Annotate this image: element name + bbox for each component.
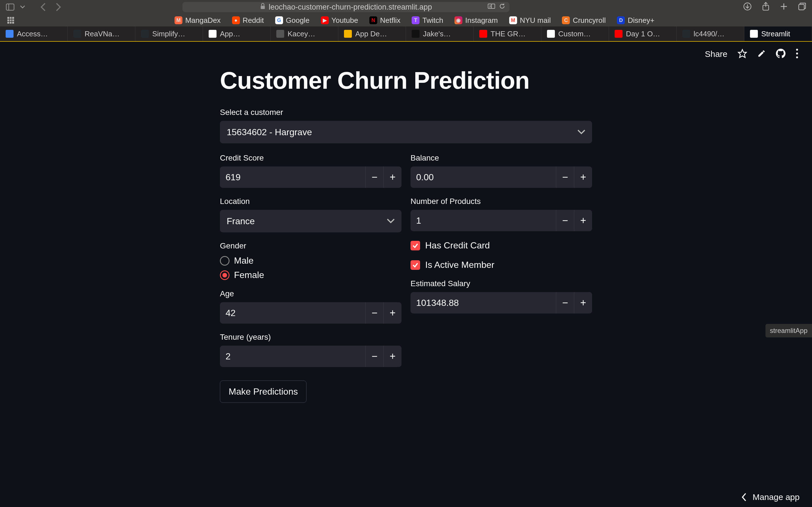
chevron-left-icon[interactable] [741, 493, 747, 501]
translate-icon[interactable]: あ [488, 3, 495, 11]
bookmark-reddit[interactable]: ●Reddit [232, 16, 264, 25]
svg-point-14 [796, 49, 798, 51]
reload-icon[interactable] [499, 3, 506, 11]
bookmark-mangadex[interactable]: MMangaDex [174, 16, 221, 25]
customer-label: Select a customer [220, 108, 592, 117]
location-select[interactable]: France [220, 210, 402, 232]
svg-rect-12 [799, 4, 804, 10]
customer-value: 15634602 - Hargrave [227, 127, 312, 137]
svg-rect-0 [6, 4, 14, 10]
salary-field[interactable] [410, 298, 556, 308]
tab-streamlit[interactable]: Streamlit [744, 26, 812, 41]
tenure-field[interactable] [220, 351, 365, 362]
salary-plus[interactable]: + [574, 292, 592, 314]
chevron-down-icon[interactable] [18, 3, 27, 11]
tabs-bar: Access… ReaVNa… Simplify… App… Kacey… Ap… [0, 26, 812, 42]
balance-input: − + [410, 166, 592, 188]
has-credit-card-checkbox[interactable]: Has Credit Card [410, 240, 592, 251]
credit-score-field[interactable] [220, 172, 365, 182]
tab-custom[interactable]: Custom… [541, 26, 609, 41]
tabs-overview-icon[interactable] [798, 2, 806, 12]
app-header: Share [0, 42, 812, 66]
age-minus[interactable]: − [365, 302, 384, 324]
url-text: leochao-customer-churn-prediction.stream… [269, 3, 432, 11]
sidebar-toggle-icon[interactable] [6, 3, 15, 11]
chevron-down-icon [577, 129, 585, 135]
balance-label: Balance [410, 154, 592, 163]
num-products-minus[interactable]: − [556, 210, 574, 231]
svg-rect-2 [261, 6, 265, 9]
tab-jakes[interactable]: Jake's… [406, 26, 474, 41]
tab-reavna[interactable]: ReaVNa… [68, 26, 135, 41]
chevron-down-icon [387, 219, 395, 224]
num-products-field[interactable] [410, 216, 556, 226]
credit-score-plus[interactable]: + [384, 166, 402, 188]
new-tab-icon[interactable] [780, 3, 788, 11]
age-field[interactable] [220, 308, 365, 318]
gender-male-radio[interactable]: Male [220, 256, 402, 266]
tenure-plus[interactable]: + [384, 346, 402, 367]
is-active-checkbox[interactable]: Is Active Member [410, 260, 592, 270]
predict-button[interactable]: Make Predictions [220, 381, 306, 403]
share-button[interactable]: Share [705, 49, 727, 59]
browser-toolbar: leochao-customer-churn-prediction.stream… [0, 0, 812, 14]
tab-access[interactable]: Access… [0, 26, 68, 41]
balance-plus[interactable]: + [574, 166, 592, 188]
edit-icon[interactable] [757, 49, 766, 59]
checkbox-checked-icon [410, 241, 420, 250]
age-input: − + [220, 302, 402, 324]
bookmark-netflix[interactable]: NNetflix [369, 16, 400, 25]
tab-simplify[interactable]: Simplify… [135, 26, 203, 41]
svg-rect-4 [492, 4, 495, 8]
bookmark-google[interactable]: GGoogle [275, 16, 310, 25]
salary-minus[interactable]: − [556, 292, 574, 314]
salary-label: Estimated Salary [410, 279, 592, 288]
address-bar[interactable]: leochao-customer-churn-prediction.stream… [183, 2, 509, 12]
tab-appde[interactable]: App De… [338, 26, 406, 41]
tab-thegr[interactable]: THE GR… [474, 26, 541, 41]
customer-select[interactable]: 15634602 - Hargrave [220, 121, 592, 144]
credit-score-input: − + [220, 166, 402, 188]
manage-app-link[interactable]: Manage app [753, 492, 800, 502]
bookmarks-bar: MMangaDex ●Reddit GGoogle ▶Youtube NNetf… [0, 14, 812, 26]
radio-icon [220, 256, 230, 266]
tenure-minus[interactable]: − [365, 346, 384, 367]
gender-female-radio[interactable]: Female [220, 270, 402, 280]
svg-text:あ: あ [489, 4, 492, 8]
download-icon[interactable] [743, 2, 752, 12]
bookmark-disney[interactable]: DDisney+ [617, 16, 654, 25]
bookmark-crunchyroll[interactable]: CCruncyroll [562, 16, 606, 25]
tenure-label: Tenure (years) [220, 333, 402, 342]
bookmark-instagram[interactable]: ◉Instagram [455, 16, 498, 25]
location-label: Location [220, 197, 402, 206]
age-label: Age [220, 289, 402, 298]
share-icon[interactable] [762, 2, 770, 12]
gender-label: Gender [220, 241, 402, 250]
lock-icon [260, 3, 266, 12]
bookmark-twitch[interactable]: TTwitch [412, 16, 443, 25]
tab-kacey[interactable]: Kacey… [271, 26, 338, 41]
balance-field[interactable] [410, 172, 556, 182]
credit-score-minus[interactable]: − [365, 166, 384, 188]
tab-lc4490[interactable]: lc4490/… [677, 26, 744, 41]
num-products-plus[interactable]: + [574, 210, 592, 231]
browser-chrome: leochao-customer-churn-prediction.stream… [0, 0, 812, 26]
back-button[interactable] [39, 3, 48, 11]
salary-input: − + [410, 292, 592, 314]
menu-icon[interactable] [796, 49, 799, 59]
age-plus[interactable]: + [384, 302, 402, 324]
github-icon[interactable] [776, 49, 785, 59]
tab-day1[interactable]: Day 1 O… [609, 26, 677, 41]
side-badge: streamlitApp [765, 324, 812, 337]
location-value: France [227, 216, 255, 226]
right-column: Balance − + Number of Products − + [410, 154, 592, 403]
apps-grid-icon[interactable] [7, 17, 14, 24]
bookmark-nyu-mail[interactable]: MNYU mail [509, 16, 551, 25]
page-title: Customer Churn Prediction [220, 66, 592, 94]
balance-minus[interactable]: − [556, 166, 574, 188]
star-icon[interactable] [738, 49, 747, 59]
bookmark-youtube[interactable]: ▶Youtube [321, 16, 358, 25]
tenure-input: − + [220, 346, 402, 367]
tab-app[interactable]: App… [203, 26, 271, 41]
forward-button[interactable] [54, 3, 63, 11]
